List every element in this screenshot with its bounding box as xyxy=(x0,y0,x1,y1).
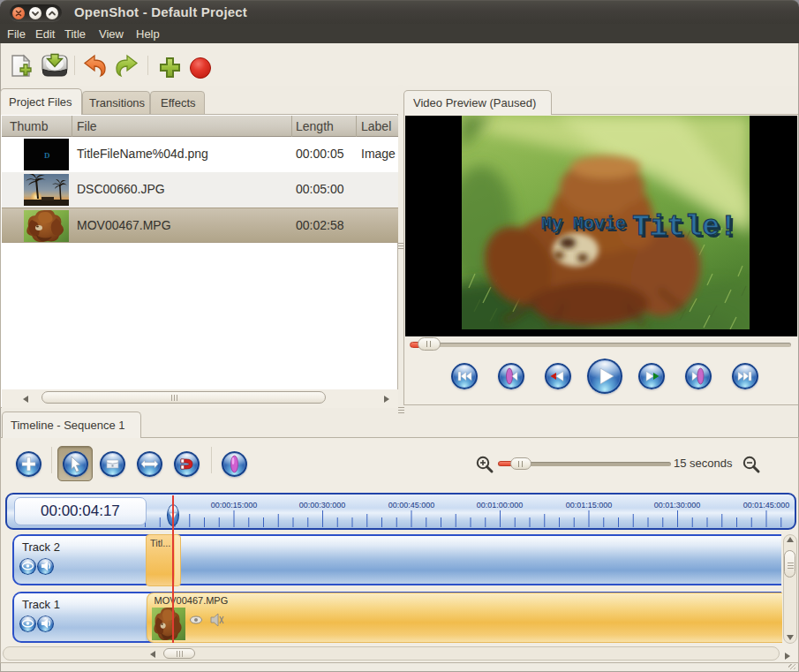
svg-text:Title!: Title! xyxy=(632,211,737,244)
svg-text:D: D xyxy=(44,151,50,160)
svg-text:My Movie: My Movie xyxy=(541,214,626,234)
